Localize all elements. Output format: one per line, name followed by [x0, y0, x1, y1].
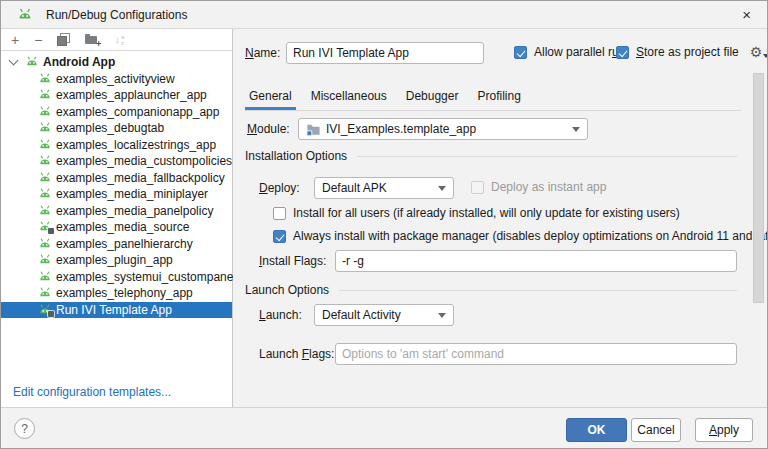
deploy-instant-app-checkbox: Deploy as instant app [471, 180, 606, 194]
checkbox-box[interactable] [273, 230, 286, 243]
android-icon [38, 105, 52, 119]
tree-item-label: examples_localizestrings_app [56, 138, 216, 152]
android-app-icon [17, 7, 33, 23]
tree-item-label: examples_plugin_app [56, 253, 173, 267]
tree-item-label: examples_telephony_app [56, 286, 193, 300]
help-button[interactable]: ? [14, 418, 35, 439]
android-icon [38, 72, 52, 86]
always-install-package-manager-checkbox[interactable]: Always install with package manager (dis… [273, 229, 768, 243]
tab-profiling[interactable]: Profiling [473, 86, 524, 106]
configurations-sidebar: + − + ↓ az Android Appexamples_activityv… [1, 29, 233, 407]
vertical-scrollbar[interactable] [753, 73, 764, 303]
ok-button[interactable]: OK [566, 418, 627, 442]
tab-general[interactable]: General [245, 86, 296, 106]
module-label: Module: [247, 122, 290, 136]
checkbox-label: Store as project file [636, 45, 739, 59]
checkbox-label: Install for all users (if already instal… [293, 206, 680, 220]
dialog-title: Run/Debug Configurations [46, 8, 187, 22]
configuration-editor-panel: Name: Allow parallel run Store as projec… [233, 29, 767, 407]
close-icon[interactable]: × [738, 5, 755, 24]
launch-value: Default Activity [322, 308, 401, 322]
run-debug-configurations-dialog: Run/Debug Configurations × + − + ↓ az An… [0, 0, 768, 449]
checkbox-box [471, 181, 484, 194]
checkbox-label: Deploy as instant app [491, 180, 606, 194]
android-icon [38, 154, 52, 168]
tree-item-label: Android App [43, 55, 115, 69]
dialog-footer: ? OK Cancel Apply [1, 407, 767, 448]
android-icon [38, 220, 52, 234]
store-as-project-file-checkbox[interactable]: Store as project file ⚙ [616, 45, 768, 59]
remove-configuration-icon[interactable]: − [34, 33, 42, 47]
tree-item-label: examples_companionapp_app [56, 105, 219, 119]
tree-item-label: examples_applauncher_app [56, 88, 207, 102]
module-folder-icon [306, 122, 321, 137]
tab-debugger[interactable]: Debugger [402, 86, 463, 106]
tree-item-examples-companionapp-app[interactable]: examples_companionapp_app [1, 104, 232, 121]
tree-item-run-ivi-template-app[interactable]: Run IVI Template App [1, 302, 232, 319]
checkbox-box[interactable] [616, 46, 629, 59]
tree-item-label: examples_media_custompolicies [56, 154, 232, 168]
launch-options-header: Launch Options [245, 283, 737, 297]
install-flags-label: Install Flags: [259, 254, 326, 268]
tab-miscellaneous[interactable]: Miscellaneous [307, 86, 391, 106]
tree-item-examples-panelhierarchy[interactable]: examples_panelhierarchy [1, 236, 232, 253]
chevron-down-icon [438, 313, 446, 318]
tree-item-examples-media-miniplayer[interactable]: examples_media_miniplayer [1, 186, 232, 203]
checkbox-box[interactable] [514, 46, 527, 59]
tree-item-examples-debugtab[interactable]: examples_debugtab [1, 120, 232, 137]
run-config-badge-icon [48, 228, 54, 234]
android-icon [38, 303, 52, 317]
tree-item-examples-media-custompolicies[interactable]: examples_media_custompolicies [1, 153, 232, 170]
android-icon [38, 187, 52, 201]
apply-button[interactable]: Apply [695, 418, 753, 442]
tree-item-label: examples_media_source [56, 220, 189, 234]
tree-item-examples-telephony-app[interactable]: examples_telephony_app [1, 285, 232, 302]
tree-item-examples-activityview[interactable]: examples_activityview [1, 71, 232, 88]
install-flags-input[interactable] [335, 250, 737, 272]
android-icon [38, 121, 52, 135]
android-icon [38, 253, 52, 267]
module-value: IVI_Examples.template_app [326, 122, 476, 136]
cancel-button[interactable]: Cancel [631, 418, 681, 442]
tree-item-examples-applauncher-app[interactable]: examples_applauncher_app [1, 87, 232, 104]
deploy-label: Deploy: [259, 181, 300, 195]
store-settings-gear-icon[interactable]: ⚙ [750, 45, 768, 59]
tree-item-label: Run IVI Template App [56, 303, 172, 317]
installation-options-header: Installation Options [245, 149, 737, 163]
tree-item-label: examples_panelhierarchy [56, 237, 193, 251]
tree-item-examples-media-panelpolicy[interactable]: examples_media_panelpolicy [1, 203, 232, 220]
tree-item-label: examples_media_fallbackpolicy [56, 171, 225, 185]
android-icon [38, 270, 52, 284]
android-icon [38, 171, 52, 185]
tree-item-examples-systemui-custompaneltype[interactable]: examples_systemui_custompaneltype [1, 269, 232, 286]
android-icon [25, 55, 39, 69]
tree-item-examples-media-source[interactable]: examples_media_source [1, 219, 232, 236]
chevron-expanded-icon[interactable] [9, 56, 19, 66]
launch-flags-input[interactable] [335, 343, 737, 365]
tree-item-examples-media-fallbackpolicy[interactable]: examples_media_fallbackpolicy [1, 170, 232, 187]
module-dropdown[interactable]: IVI_Examples.template_app [298, 118, 588, 140]
editor-tabs: General Miscellaneous Debugger Profiling [245, 86, 536, 106]
copy-configuration-icon[interactable] [57, 33, 70, 46]
allow-parallel-run-checkbox[interactable]: Allow parallel run [514, 45, 625, 59]
android-icon [38, 237, 52, 251]
add-configuration-icon[interactable]: + [11, 33, 19, 47]
chevron-down-icon [438, 186, 446, 191]
install-for-all-users-checkbox[interactable]: Install for all users (if already instal… [273, 206, 680, 220]
name-input[interactable] [286, 42, 484, 64]
tree-item-android-app[interactable]: Android App [1, 54, 232, 71]
edit-configuration-templates-link[interactable]: Edit configuration templates... [13, 385, 171, 399]
name-label: Name: [245, 46, 280, 60]
sidebar-toolbar: + − + ↓ az [1, 29, 232, 51]
tree-item-examples-localizestrings-app[interactable]: examples_localizestrings_app [1, 137, 232, 154]
checkbox-box[interactable] [273, 207, 286, 220]
new-folder-icon[interactable]: + [85, 34, 99, 46]
tree-item-label: examples_systemui_custompaneltype [56, 270, 259, 284]
tree-item-examples-plugin-app[interactable]: examples_plugin_app [1, 252, 232, 269]
launch-label: Launch: [259, 308, 302, 322]
launch-dropdown[interactable]: Default Activity [314, 304, 454, 326]
tree-item-label: examples_media_panelpolicy [56, 204, 213, 218]
sort-configurations-icon: ↓ az [114, 34, 124, 46]
deploy-dropdown[interactable]: Default APK [314, 177, 454, 199]
android-icon [38, 138, 52, 152]
